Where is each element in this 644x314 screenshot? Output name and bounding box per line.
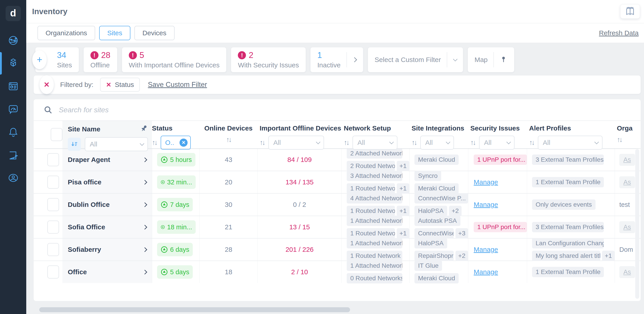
refresh-data-link[interactable]: Refresh Data xyxy=(599,29,638,37)
online-sort-button[interactable]: ↑↓ xyxy=(226,136,231,144)
alert-icon: ! xyxy=(90,51,98,59)
add-site-button[interactable]: + xyxy=(32,50,47,69)
horizontal-scrollbar[interactable] xyxy=(39,307,350,312)
status-cell: 6 days xyxy=(152,238,200,260)
security-sort-button[interactable]: ↑↓ xyxy=(470,139,475,147)
manage-security-link[interactable]: Manage xyxy=(474,178,498,186)
site-name-sort-button[interactable] xyxy=(68,138,81,151)
card-inactive[interactable]: 1 Inactive xyxy=(310,47,363,72)
site-integrations-cell: HaloPSARepairShopr+2 xyxy=(409,238,468,260)
org-assign-link[interactable]: As xyxy=(619,176,635,188)
row-expand-chevron-icon[interactable] xyxy=(142,202,147,207)
custom-filter-select[interactable]: Select a Custom Filter xyxy=(368,47,463,72)
sidebar-item-reports[interactable] xyxy=(0,81,26,92)
clear-status-filter-icon[interactable]: ✕ xyxy=(180,139,188,147)
card-offline[interactable]: !28 Offline xyxy=(84,47,117,72)
offline-filter-dropdown[interactable]: All xyxy=(268,136,324,150)
network-tag: 1 External Team Profile xyxy=(532,177,604,187)
card-important-offline[interactable]: !5 With Important Offline Devices xyxy=(122,47,227,72)
row-checkbox[interactable] xyxy=(47,198,59,211)
site-name: Office xyxy=(68,268,87,276)
alerts-filter-dropdown[interactable]: All xyxy=(538,136,602,150)
org-sort-button[interactable]: ↑↓ xyxy=(617,136,622,144)
status-sort-button[interactable]: ↑↓ xyxy=(152,139,156,147)
globe-network-icon xyxy=(8,35,18,46)
open-book-icon xyxy=(625,6,635,17)
clear-filters-button[interactable]: ✕ xyxy=(40,75,54,94)
tab-sites[interactable]: Sites xyxy=(99,26,130,40)
network-tag: HaloPSA xyxy=(414,206,447,216)
remove-filter-icon[interactable]: ✕ xyxy=(106,81,111,89)
security-filter-dropdown[interactable]: All xyxy=(479,136,514,150)
row-expand-chevron-icon[interactable] xyxy=(142,247,147,252)
manage-security-link[interactable]: Manage xyxy=(474,268,498,276)
card-sites[interactable]: + 34 Sites xyxy=(35,47,79,72)
app-logo[interactable]: d xyxy=(6,6,21,21)
site-name-filter-dropdown[interactable]: All xyxy=(85,137,148,151)
site-name-cell[interactable]: Office xyxy=(62,261,152,283)
integrations-filter-dropdown[interactable]: All xyxy=(420,136,454,150)
network-filter-dropdown[interactable]: All xyxy=(352,136,398,150)
site-name-cell[interactable]: Sofia Office xyxy=(62,216,152,238)
manage-security-link[interactable]: Manage xyxy=(474,246,498,253)
integrations-sort-button[interactable]: ↑↓ xyxy=(412,139,416,147)
status-up-icon xyxy=(161,268,168,275)
plus-count-tag: +2 xyxy=(456,251,468,261)
tab-organizations[interactable]: Organizations xyxy=(38,26,95,40)
row-checkbox[interactable] xyxy=(47,221,59,234)
manage-security-link[interactable]: Manage xyxy=(474,201,498,208)
sidebar-item-network[interactable] xyxy=(0,35,26,46)
org-assign-link[interactable]: As xyxy=(619,221,635,233)
org-assign-link[interactable]: As xyxy=(619,266,635,278)
gauge-icon xyxy=(8,104,18,115)
site-name: Sofia Office xyxy=(68,223,105,231)
network-sort-button[interactable]: ↑↓ xyxy=(344,139,348,147)
map-button[interactable]: Map xyxy=(468,47,514,72)
network-tag: 0 Routed Networks xyxy=(347,273,402,283)
status-badge: 7 days xyxy=(157,198,193,211)
row-checkbox[interactable] xyxy=(47,265,59,278)
row-checkbox[interactable] xyxy=(47,176,59,189)
search-input[interactable] xyxy=(59,106,631,114)
network-tag: 3 External Team Profiles xyxy=(532,155,604,165)
row-expand-chevron-icon[interactable] xyxy=(142,225,147,229)
row-expand-chevron-icon[interactable] xyxy=(142,269,147,274)
site-name-cell[interactable]: Pisa office xyxy=(62,171,152,193)
row-expand-chevron-icon[interactable] xyxy=(142,180,147,184)
row-checkbox[interactable] xyxy=(47,243,59,256)
bell-icon xyxy=(8,127,18,137)
org-assign-link[interactable]: As xyxy=(619,154,635,166)
table-header: Site Name All Status ↑↓ O.. ✕ xyxy=(34,121,641,148)
table-body: Draper Agent5 hours4384 / 1092 Attached … xyxy=(34,148,641,283)
site-name-cell[interactable]: Sofiaberry xyxy=(62,238,152,260)
sidebar-item-dashboard[interactable] xyxy=(0,104,26,115)
tab-devices[interactable]: Devices xyxy=(134,26,174,40)
select-all-checkbox[interactable] xyxy=(51,128,62,141)
status-filter-applied[interactable]: O.. ✕ xyxy=(161,136,191,150)
status-filter-chip[interactable]: ✕ Status xyxy=(100,78,140,92)
sidebar-item-integrations[interactable] xyxy=(0,150,26,160)
sidebar-item-inventory[interactable] xyxy=(0,58,26,69)
sidebar-item-alerts[interactable] xyxy=(0,127,26,137)
sidebar-item-account[interactable] xyxy=(0,172,26,183)
row-checkbox[interactable] xyxy=(47,153,59,166)
more-cards-chevron-icon[interactable] xyxy=(352,57,357,63)
documentation-button[interactable] xyxy=(620,4,640,19)
pin-column-icon[interactable] xyxy=(140,124,148,134)
topbar: Inventory xyxy=(26,0,644,23)
site-integrations-cell: Autotask PSAConnectWise+3 xyxy=(409,216,468,238)
save-custom-filter-link[interactable]: Save Custom Filter xyxy=(148,81,207,89)
status-up-icon xyxy=(161,223,165,231)
site-name-cell[interactable]: Draper Agent xyxy=(62,149,152,171)
status-cell: 7 days xyxy=(152,194,200,216)
row-expand-chevron-icon[interactable] xyxy=(142,157,147,162)
table-row: Sofiaberry6 days28201 / 2261 Attached Ne… xyxy=(34,238,641,260)
online-devices-cell: 43 xyxy=(200,149,258,171)
site-name: Draper Agent xyxy=(68,156,110,164)
offline-sort-button[interactable]: ↑↓ xyxy=(260,139,264,147)
site-name-cell[interactable]: Dublin Office xyxy=(62,194,152,216)
card-security-issues[interactable]: !2 With Security Issues xyxy=(231,47,306,72)
vertical-scrollbar[interactable] xyxy=(635,149,639,299)
alerts-sort-button[interactable]: ↑↓ xyxy=(529,139,534,147)
online-devices-cell: 20 xyxy=(200,171,258,193)
